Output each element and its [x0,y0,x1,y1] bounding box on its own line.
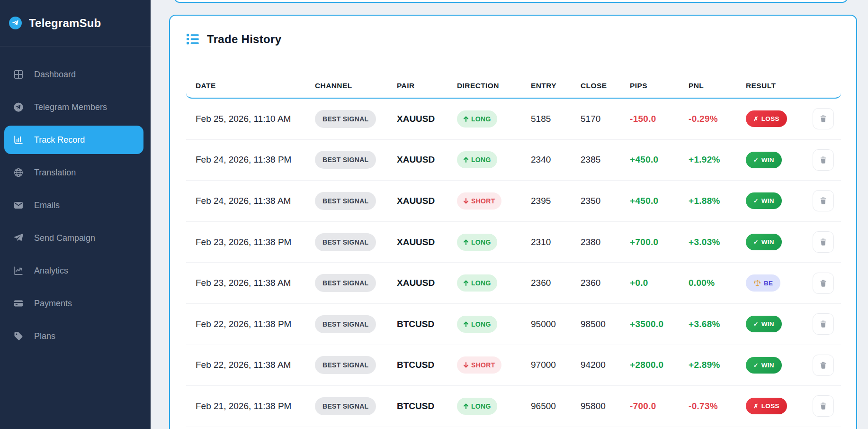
channel-badge: BEST SIGNAL [315,192,376,210]
channel-badge: BEST SIGNAL [315,356,376,374]
delete-trade-button[interactable] [813,313,834,335]
sidebar-item-label: Plans [34,331,55,341]
pnl-value: +3.68% [679,319,736,329]
delete-trade-button[interactable] [813,395,834,417]
table-body: Feb 25, 2026, 11:10 AM BEST SIGNAL XAUUS… [186,99,841,427]
delete-trade-button[interactable] [813,108,834,129]
sidebar-item-label: Emails [34,201,60,210]
table-row: Feb 23, 2026, 11:38 AM BEST SIGNAL XAUUS… [186,263,841,304]
sidebar-item-label: Payments [34,299,72,309]
delete-trade-button[interactable] [813,149,834,171]
sidebar-item-plans[interactable]: Plans [4,322,143,350]
bar-chart-icon [13,135,24,145]
trade-date: Feb 24, 2026, 11:38 PM [186,155,305,165]
pnl-value: +1.88% [679,196,736,206]
pips-value: +0.0 [620,278,679,288]
close-value: 2350 [571,196,620,206]
entry-value: 5185 [521,114,571,124]
trade-date: Feb 22, 2026, 11:38 PM [186,319,305,329]
close-value: 95800 [571,401,620,411]
telegram-icon [13,102,24,112]
column-header-entry: ENTRY [521,82,571,98]
table-row: Feb 22, 2026, 11:38 AM BEST SIGNAL BTCUS… [186,345,841,386]
table-row: Feb 24, 2026, 11:38 PM BEST SIGNAL XAUUS… [186,140,841,181]
result-icon: ✓ [753,197,759,204]
trade-pair: BTCUSD [387,319,447,329]
trade-pair: XAUUSD [387,196,447,206]
sidebar-nav: DashboardTelegram MembersTrack RecordTra… [0,46,151,350]
channel-badge: BEST SIGNAL [315,233,376,251]
trade-date: Feb 23, 2026, 11:38 PM [186,237,305,247]
column-header-pnl: PNL [679,82,736,98]
column-header-pips: PIPS [620,82,679,98]
channel-badge: BEST SIGNAL [315,397,376,415]
delete-trade-button[interactable] [813,190,834,211]
trade-date: Feb 23, 2026, 11:38 AM [186,278,305,288]
brand-name: TelegramSub [29,17,101,30]
pnl-value: +3.03% [679,237,736,247]
table-row: Feb 21, 2026, 11:38 PM BEST SIGNAL BTCUS… [186,386,841,427]
delete-trade-button[interactable] [813,231,834,253]
column-header-close: CLOSE [571,82,620,98]
sidebar-item-emails[interactable]: Emails [4,191,143,219]
entry-value: 2395 [521,196,571,206]
trade-pair: XAUUSD [387,114,447,124]
result-icon [753,279,761,287]
sidebar-item-analytics[interactable]: Analytics [4,256,143,285]
table-row: Feb 22, 2026, 11:38 PM BEST SIGNAL BTCUS… [186,304,841,345]
previous-card-edge [174,0,848,3]
close-value: 98500 [571,319,620,329]
direction-arrow-icon [463,362,469,368]
close-value: 94200 [571,360,620,370]
result-icon: ✓ [753,362,759,369]
result-badge: ✓WIN [746,192,782,209]
column-header-date: DATE [186,82,305,98]
entry-value: 95000 [521,319,571,329]
sidebar-item-label: Track Record [34,135,85,145]
trade-pair: BTCUSD [387,401,447,411]
sidebar-item-dashboard[interactable]: Dashboard [4,60,143,89]
trade-history-card: Trade History DATECHANNELPAIRDIRECTIONEN… [169,15,857,429]
direction-badge: SHORT [457,356,501,374]
pnl-value: -0.73% [679,401,736,411]
sidebar-item-telegram-members[interactable]: Telegram Members [4,93,143,121]
close-value: 2380 [571,237,620,247]
result-badge: ✓WIN [746,316,782,332]
sidebar-item-track-record[interactable]: Track Record [4,126,143,154]
card-header: Trade History [186,16,841,60]
result-badge: ✓WIN [746,234,782,250]
channel-badge: BEST SIGNAL [315,110,376,128]
entry-value: 2340 [521,155,571,165]
tag-icon [13,331,24,341]
pips-value: +2800.0 [620,360,679,370]
sidebar-item-label: Send Campaign [34,233,95,243]
column-header-direction: DIRECTION [447,82,521,98]
pnl-value: +1.92% [679,155,736,165]
pips-value: -700.0 [620,401,679,411]
entry-value: 2310 [521,237,571,247]
sidebar-item-translation[interactable]: Translation [4,158,143,187]
direction-arrow-icon [463,239,469,246]
result-icon: ✓ [753,156,759,164]
sidebar-item-payments[interactable]: Payments [4,289,143,318]
entry-value: 2360 [521,278,571,288]
table-row: Feb 25, 2026, 11:10 AM BEST SIGNAL XAUUS… [186,99,841,140]
delete-trade-button[interactable] [813,355,834,376]
delete-trade-button[interactable] [813,273,834,294]
trade-pair: BTCUSD [387,360,447,370]
pnl-value: -0.29% [679,114,736,124]
column-header-pair: PAIR [387,82,447,98]
direction-arrow-icon [463,156,469,163]
column-header-channel: CHANNEL [305,82,387,98]
table-row: Feb 24, 2026, 11:38 AM BEST SIGNAL XAUUS… [186,181,841,222]
pips-value: +3500.0 [620,319,679,329]
result-badge: ✓WIN [746,152,782,168]
result-icon: ✓ [753,320,759,328]
close-value: 2385 [571,155,620,165]
direction-badge: LONG [457,110,497,128]
sidebar-item-send-campaign[interactable]: Send Campaign [4,224,143,252]
channel-badge: BEST SIGNAL [315,151,376,169]
pips-value: -150.0 [620,114,679,124]
direction-arrow-icon [463,280,469,286]
direction-badge: SHORT [457,192,501,210]
